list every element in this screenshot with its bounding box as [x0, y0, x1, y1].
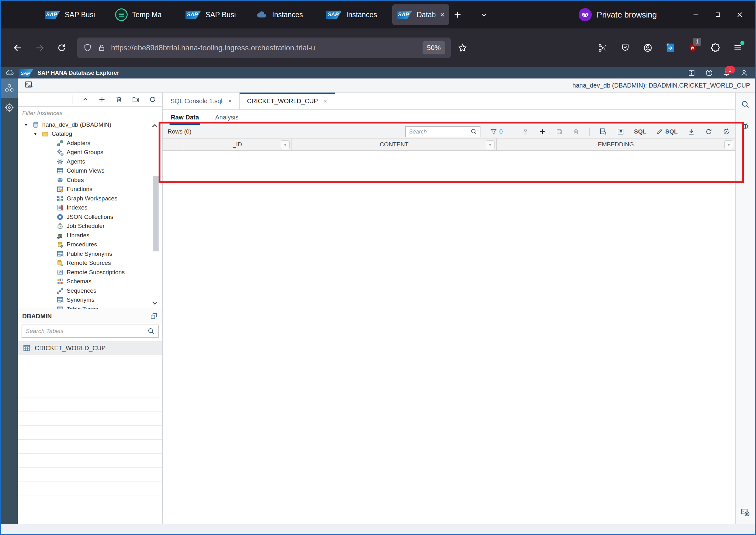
edit-sql-button[interactable]: SQL — [656, 128, 678, 135]
browser-tab-sap-busi[interactable]: SAPSAP Busi — [181, 4, 251, 25]
tree-scrollbar-thumb[interactable] — [153, 176, 159, 251]
expand-caret-icon[interactable]: ▾ — [33, 131, 38, 137]
cloud-code-icon[interactable] — [5, 68, 15, 77]
minimize-button[interactable] — [685, 5, 707, 24]
tree-item-json-collections[interactable]: JSON Collections — [18, 212, 162, 222]
cancel-refresh-button[interactable] — [722, 127, 730, 136]
info-icon[interactable] — [687, 69, 696, 77]
refresh-instances-icon[interactable] — [149, 95, 157, 103]
row-selector-header-cell[interactable] — [163, 138, 183, 151]
view-definition-button[interactable] — [599, 127, 607, 136]
column-filter-button[interactable]: ▼ — [724, 140, 733, 149]
list-all-tabs-button[interactable] — [476, 6, 492, 23]
tree-item-table-types[interactable]: Table Types — [18, 304, 162, 309]
account-icon[interactable] — [639, 39, 657, 57]
red-shield-extension-icon[interactable]: 1 — [684, 39, 702, 57]
pin-row-button[interactable] — [522, 128, 529, 135]
open-sql-console-icon[interactable] — [24, 80, 35, 91]
column-filter-button[interactable]: ▼ — [281, 140, 290, 149]
tree-item-column-views[interactable]: Column Views — [18, 166, 162, 176]
url-text[interactable]: https://ebe89d8btrial.hana-tooling.ingre… — [111, 43, 418, 52]
save-rows-button[interactable] — [556, 128, 563, 135]
close-editor-tab-icon[interactable]: × — [323, 98, 327, 105]
browser-tab-temp-ma[interactable]: Temp Ma — [111, 4, 181, 25]
blue-doc-extension-icon[interactable] — [661, 39, 679, 57]
sql-console-run-icon[interactable] — [740, 507, 751, 518]
back-button[interactable] — [9, 39, 27, 57]
tree-item-public-synonyms[interactable]: Public Synonyms — [18, 249, 162, 259]
menu-hamburger-icon[interactable] — [729, 39, 747, 57]
notifications-bell-icon[interactable]: 1 — [722, 69, 731, 77]
bookmark-star-button[interactable] — [454, 39, 471, 57]
tree-item-agents[interactable]: Agents — [18, 157, 162, 166]
subtab-raw-data[interactable]: Raw Data — [171, 114, 199, 125]
lock-icon[interactable] — [97, 43, 106, 52]
pocket-icon[interactable] — [616, 39, 634, 57]
browser-tab-instances[interactable]: SAPInstances — [322, 4, 392, 25]
search-rail-icon[interactable] — [741, 99, 750, 109]
filter-instances-input[interactable] — [18, 110, 162, 117]
search-tables-icon[interactable] — [147, 327, 155, 335]
open-in-new-window-icon[interactable] — [150, 312, 158, 320]
expand-caret-icon[interactable]: ▾ — [23, 122, 28, 127]
extensions-puzzle-icon[interactable] — [706, 39, 724, 57]
tree-item-agent-groups[interactable]: Agent Groups — [18, 148, 162, 157]
add-row-button[interactable] — [538, 128, 546, 135]
add-folder-icon[interactable] — [132, 95, 140, 103]
column-header-embedding[interactable]: EMBEDDING▼ — [497, 138, 735, 151]
delete-rows-button[interactable] — [572, 128, 580, 135]
filter-funnel-button[interactable]: 0 — [490, 128, 503, 135]
column-settings-button[interactable] — [617, 127, 625, 136]
editor-tab-cricket-world-cup[interactable]: CRICKET_WORLD_CUP× — [240, 93, 335, 109]
grid-search-icon[interactable] — [470, 128, 478, 135]
tree-item-functions[interactable]: Functions — [18, 185, 162, 194]
tracking-shield-icon[interactable] — [83, 43, 92, 52]
search-tables-input[interactable] — [25, 327, 147, 335]
user-profile-icon[interactable] — [740, 69, 748, 77]
browser-tab-instances[interactable]: Instances — [251, 4, 322, 25]
tree-item-schemas[interactable]: Schemas — [18, 277, 162, 286]
url-bar[interactable]: https://ebe89d8btrial.hana-tooling.ingre… — [77, 38, 451, 58]
tree-scroll-down-icon[interactable] — [149, 298, 160, 307]
browser-tab-sap-busi[interactable]: SAPSAP Busi — [40, 4, 111, 25]
close-tab-icon[interactable]: × — [440, 10, 445, 20]
delete-instance-icon[interactable] — [115, 95, 123, 103]
table-list-item[interactable]: CRICKET_WORLD_CUP — [18, 341, 162, 355]
grid-search-input[interactable] — [408, 128, 470, 135]
generate-sql-button[interactable]: SQL — [634, 128, 647, 135]
reload-button[interactable] — [53, 39, 71, 57]
tree-item-remote-subscriptions[interactable]: Remote Subscriptions — [18, 268, 162, 277]
download-button[interactable] — [687, 127, 695, 136]
maximize-button[interactable] — [707, 5, 729, 24]
tree-item-remote-sources[interactable]: Remote Sources — [18, 259, 162, 268]
column-header--id[interactable]: _ID▼ — [183, 138, 292, 151]
tree-item-folder[interactable]: ▾Catalog — [18, 129, 162, 139]
tree-item-adapters[interactable]: Adapters — [18, 138, 162, 148]
close-editor-tab-icon[interactable]: × — [228, 98, 232, 105]
tree-item-libraries[interactable]: Libraries — [18, 231, 162, 240]
add-instance-icon[interactable] — [98, 95, 106, 103]
tree-item-graph-workspaces[interactable]: Graph Workspaces — [18, 194, 162, 203]
column-filter-button[interactable]: ▼ — [486, 140, 495, 149]
tree-item-cubes[interactable]: Cubes — [18, 175, 162, 185]
forward-button[interactable] — [31, 39, 48, 57]
editor-tab-sql-console-1-sql[interactable]: SQL Console 1.sql× — [163, 93, 240, 109]
tree-item-sequences[interactable]: Sequences — [18, 286, 162, 296]
tree-item-procedures[interactable]: Procedures — [18, 240, 162, 249]
close-window-button[interactable] — [729, 5, 751, 24]
debugger-bug-icon[interactable] — [741, 121, 750, 131]
tree-item-database[interactable]: ▾hana_dev_db (DBADMIN) — [18, 120, 162, 129]
tree-scroll-up-icon[interactable] — [149, 121, 160, 131]
browser-tab-datab[interactable]: SAPDatab× — [392, 4, 449, 25]
new-tab-button[interactable] — [449, 6, 466, 23]
tree-item-indexes[interactable]: Indexes — [18, 203, 162, 212]
help-icon[interactable] — [705, 69, 713, 77]
subtab-analysis[interactable]: Analysis — [215, 114, 238, 125]
collapse-all-icon[interactable] — [82, 96, 89, 103]
tree-item-synonyms[interactable]: Synonyms — [18, 296, 162, 305]
refresh-grid-button[interactable] — [705, 127, 713, 136]
settings-gear-rail-item[interactable] — [1, 98, 18, 117]
database-explorer-rail-item[interactable] — [1, 78, 18, 98]
zoom-level-badge[interactable]: 50% — [422, 41, 445, 54]
column-header-content[interactable]: CONTENT▼ — [292, 138, 497, 151]
